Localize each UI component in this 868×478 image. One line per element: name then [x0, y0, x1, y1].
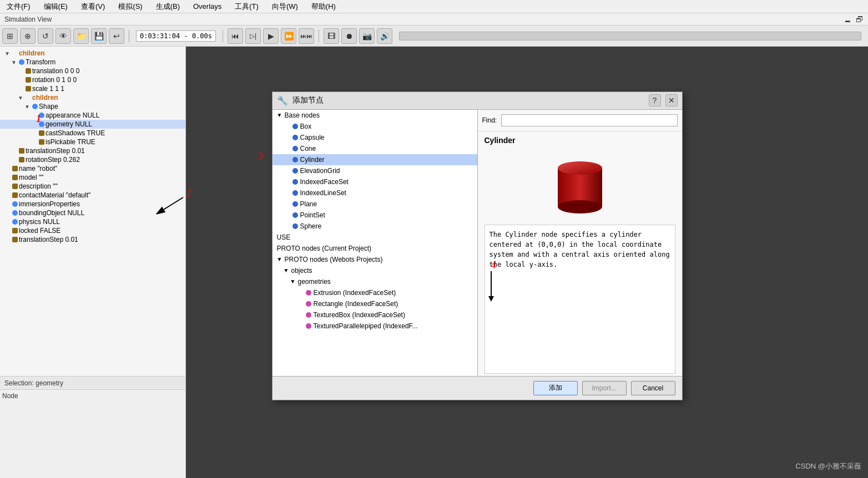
- tree-item[interactable]: appearance NULL: [0, 111, 185, 120]
- menu-view[interactable]: 查看(V): [79, 1, 107, 13]
- tree-item[interactable]: rotation 0 1 0 0: [0, 75, 185, 84]
- node-list-plain[interactable]: USE: [272, 232, 477, 243]
- tree-item[interactable]: isPickable TRUE: [0, 138, 185, 146]
- node-list-item[interactable]: Rectangle (IndexedFaceSet): [272, 298, 477, 309]
- tree-item[interactable]: scale 1 1 1: [0, 84, 185, 93]
- header-arrow: ▼: [277, 112, 285, 118]
- menu-help[interactable]: 帮助(H): [309, 1, 338, 13]
- node-list-item[interactable]: IndexedFaceSet: [272, 176, 477, 187]
- menu-file[interactable]: 文件(F): [4, 1, 33, 13]
- node-panel: Node: [0, 389, 185, 478]
- dialog-close-btn[interactable]: ✕: [665, 94, 678, 106]
- tree-item[interactable]: contactMaterial "default": [0, 191, 185, 200]
- tree-item[interactable]: ▼Transform: [0, 58, 185, 67]
- tree-item[interactable]: ▼children: [0, 93, 185, 102]
- tree-item[interactable]: model "": [0, 173, 185, 182]
- node-list-header[interactable]: ▼geometries: [272, 276, 477, 287]
- tree-arrow[interactable]: ▼: [4, 50, 11, 57]
- tree-item[interactable]: translation 0 0 0: [0, 67, 185, 75]
- node-list-item[interactable]: TexturedBox (IndexedFaceSet): [272, 309, 477, 321]
- tree-item[interactable]: boundingObject NULL: [0, 209, 185, 217]
- tree-item[interactable]: immersionProperties: [0, 200, 185, 209]
- toolbar-add-btn[interactable]: ⊕: [20, 28, 36, 44]
- node-list-item[interactable]: ElevationGrid: [272, 165, 477, 176]
- node-list-item[interactable]: Cylinder: [272, 154, 477, 165]
- node-list-panel[interactable]: ▼Base nodesBoxCapsuleConeCylinderElevati…: [272, 110, 478, 376]
- progress-bar[interactable]: [399, 32, 861, 40]
- item-label: Extrusion (IndexedFaceSet): [314, 289, 396, 297]
- maximize-btn[interactable]: 🗗: [856, 15, 864, 24]
- sound-btn[interactable]: 🔊: [377, 28, 392, 44]
- movie-btn[interactable]: 🎞: [324, 28, 339, 44]
- item-label: Rectangle (IndexedFaceSet): [314, 300, 398, 308]
- tree-item[interactable]: geometry NULL: [0, 120, 185, 129]
- fast-forward-btn[interactable]: ⏩: [281, 28, 296, 44]
- menu-build[interactable]: 生成(B): [154, 1, 182, 13]
- node-list-plain[interactable]: PROTO nodes (Current Project): [272, 243, 477, 254]
- item-dot: [306, 301, 311, 307]
- tree-item[interactable]: name "robot": [0, 164, 185, 173]
- node-list-header[interactable]: ▼PROTO nodes (Webots Projects): [272, 254, 477, 265]
- tree-item[interactable]: physics NULL: [0, 217, 185, 226]
- node-list-item[interactable]: TexturedParallelepiped (IndexedF...: [272, 321, 477, 332]
- tree-arrow[interactable]: ▼: [18, 95, 24, 101]
- tree-item[interactable]: translationStep 0.01: [0, 235, 185, 244]
- toolbar-reset-btn[interactable]: ↺: [38, 28, 53, 44]
- tree-item-label: contactMaterial "default": [19, 191, 90, 199]
- faster-btn[interactable]: ⏭⏭: [299, 28, 314, 44]
- play-btn[interactable]: ▶: [263, 28, 279, 44]
- cancel-button[interactable]: Cancel: [631, 381, 675, 395]
- toolbar-open-btn[interactable]: 📁: [73, 28, 89, 44]
- menu-wizard[interactable]: 向导(W): [270, 1, 300, 13]
- tree-item[interactable]: castShadows TRUE: [0, 129, 185, 138]
- node-list-item[interactable]: Cone: [272, 143, 477, 154]
- node-list-item[interactable]: Box: [272, 121, 477, 132]
- menu-edit[interactable]: 编辑(E): [42, 1, 70, 13]
- toolbar-save-btn[interactable]: 💾: [91, 28, 107, 44]
- tree-item[interactable]: translationStep 0.01: [0, 146, 185, 155]
- item-label: IndexedLineSet: [300, 189, 346, 197]
- menu-overlays[interactable]: Overlays: [191, 1, 224, 12]
- node-list-item[interactable]: Sphere: [272, 221, 477, 232]
- tree-item[interactable]: rotationStep 0.262: [0, 155, 185, 164]
- node-panel-title: Node: [2, 392, 183, 400]
- tree-item[interactable]: description "": [0, 182, 185, 191]
- viewport: 1 🔧 添加节点 ? ✕ ▼Base nodesB: [186, 47, 868, 478]
- tree-item[interactable]: ▼Shape: [0, 102, 185, 111]
- toolbar-undo-btn[interactable]: ↩: [109, 28, 124, 44]
- scene-tree[interactable]: ▼children▼Transformtranslation 0 0 0rota…: [0, 47, 185, 376]
- add-button[interactable]: 添加: [533, 381, 578, 395]
- dialog-titlebar: 🔧 添加节点 ? ✕: [272, 92, 682, 110]
- record-btn[interactable]: ⏺: [341, 28, 357, 44]
- separator-1: [129, 30, 129, 42]
- find-input[interactable]: [501, 114, 677, 126]
- rewind-btn[interactable]: ⏮: [228, 28, 243, 44]
- node-list-header[interactable]: ▼objects: [272, 265, 477, 276]
- dialog-help-btn[interactable]: ?: [649, 94, 661, 106]
- node-list-item[interactable]: Extrusion (IndexedFaceSet): [272, 287, 477, 298]
- item-dot: [292, 168, 298, 174]
- tree-item-label: children: [32, 94, 58, 101]
- menu-tools[interactable]: 工具(T): [233, 1, 261, 13]
- item-label: Capsule: [300, 134, 325, 141]
- minimize-btn[interactable]: 🗕: [844, 15, 851, 24]
- toolbar-grid-btn[interactable]: ⊞: [2, 28, 18, 44]
- tree-arrow[interactable]: ▼: [11, 59, 18, 65]
- toolbar-visibility-btn[interactable]: 👁: [55, 28, 71, 44]
- tree-item-label: translationStep 0.01: [19, 236, 78, 243]
- tree-arrow[interactable]: ▼: [24, 104, 31, 110]
- menu-simulate[interactable]: 模拟(S): [116, 1, 144, 13]
- node-list-item[interactable]: PointSet: [272, 210, 477, 221]
- node-list-item[interactable]: IndexedLineSet: [272, 187, 477, 199]
- node-list-item[interactable]: Plane: [272, 199, 477, 210]
- import-button[interactable]: Import...: [582, 381, 627, 395]
- screenshot-btn[interactable]: 📷: [359, 28, 375, 44]
- item-dot: [292, 223, 298, 229]
- tree-item[interactable]: ▼children: [0, 49, 185, 58]
- header-arrow: ▼: [284, 267, 291, 273]
- node-list-item[interactable]: Capsule: [272, 132, 477, 143]
- node-list-header[interactable]: ▼Base nodes: [272, 110, 477, 121]
- tree-item[interactable]: locked FALSE: [0, 226, 185, 235]
- svg-point-2: [558, 161, 602, 175]
- step-btn[interactable]: ▷|: [245, 28, 261, 44]
